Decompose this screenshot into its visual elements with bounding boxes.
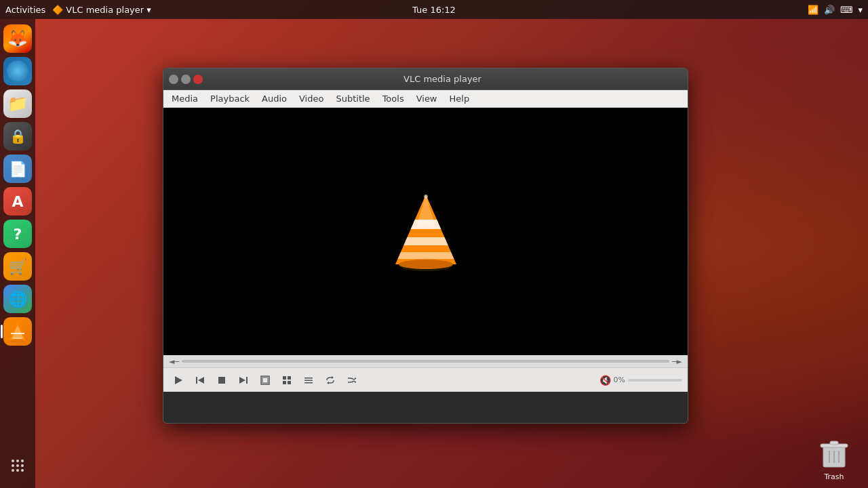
svg-rect-21 bbox=[262, 378, 268, 383]
amazon-icon: 🛒 bbox=[9, 258, 27, 275]
svg-rect-25 bbox=[288, 381, 291, 384]
svg-point-49 bbox=[12, 469, 14, 472]
vlc-progress-bar: ◄─ ─► bbox=[163, 355, 688, 367]
stop-button[interactable] bbox=[212, 372, 231, 388]
menu-audio[interactable]: Audio bbox=[256, 92, 292, 105]
svg-marker-30 bbox=[327, 382, 329, 384]
vlc-logo-cone bbox=[392, 191, 460, 272]
firefox-icon: 🦊 bbox=[7, 29, 28, 48]
network-icon[interactable]: 📶 bbox=[808, 5, 818, 15]
app-indicator[interactable]: 🔶 VLC media player ▾ bbox=[52, 5, 151, 15]
maximize-button[interactable] bbox=[181, 75, 191, 84]
svg-point-47 bbox=[16, 464, 19, 467]
menu-video[interactable]: Video bbox=[294, 92, 329, 105]
sidebar-item-firefox[interactable]: 🦊 bbox=[3, 24, 32, 53]
vpn-icon: 🔒 bbox=[9, 128, 26, 144]
progress-minus[interactable]: ◄─ bbox=[169, 357, 179, 366]
svg-marker-16 bbox=[198, 377, 204, 384]
sidebar-item-files[interactable]: 📁 bbox=[3, 89, 32, 118]
svg-marker-14 bbox=[175, 376, 182, 384]
app-indicator-arrow: ▾ bbox=[146, 5, 151, 15]
volume-topbar-icon[interactable]: 🔊 bbox=[824, 5, 835, 15]
trash-label: Trash bbox=[824, 472, 844, 481]
svg-rect-17 bbox=[218, 377, 225, 384]
grid-icon bbox=[9, 458, 26, 474]
next-button[interactable] bbox=[234, 372, 253, 388]
show-apps-button[interactable] bbox=[3, 451, 32, 480]
progress-track[interactable] bbox=[182, 360, 669, 363]
playlist-icon bbox=[304, 375, 313, 385]
vlc-video-area bbox=[163, 108, 688, 355]
progress-plus[interactable]: ─► bbox=[672, 357, 682, 366]
loop-button[interactable] bbox=[321, 372, 340, 388]
svg-rect-22 bbox=[283, 376, 286, 380]
svg-rect-15 bbox=[196, 377, 197, 384]
files-icon: 📁 bbox=[7, 94, 28, 113]
minimize-button[interactable] bbox=[169, 75, 178, 84]
svg-marker-29 bbox=[332, 376, 334, 379]
prev-icon bbox=[195, 375, 205, 385]
menu-help[interactable]: Help bbox=[444, 92, 475, 105]
fullscreen-button[interactable] bbox=[256, 372, 275, 388]
svg-point-45 bbox=[21, 460, 24, 462]
random-icon bbox=[347, 375, 357, 385]
sidebar-item-vpn[interactable]: 🔒 bbox=[3, 122, 32, 150]
random-button[interactable] bbox=[342, 372, 361, 388]
app-center-icon: A bbox=[12, 193, 23, 210]
svg-point-50 bbox=[16, 469, 19, 472]
svg-point-44 bbox=[16, 460, 19, 462]
sidebar-item-app-center[interactable]: A bbox=[3, 187, 32, 216]
help-icon: ? bbox=[14, 226, 22, 243]
activities-button[interactable]: Activities bbox=[5, 5, 45, 15]
playlist-button[interactable] bbox=[299, 372, 318, 388]
svg-rect-10 bbox=[392, 252, 460, 259]
menu-tools[interactable]: Tools bbox=[377, 92, 410, 105]
vlc-controls: 🔇 0% bbox=[163, 367, 688, 392]
launcher-icon bbox=[7, 60, 28, 82]
window-controls bbox=[169, 75, 203, 84]
svg-point-12 bbox=[424, 195, 428, 199]
volume-track bbox=[628, 379, 682, 382]
sidebar-item-launcher[interactable] bbox=[3, 57, 32, 85]
system-menu-icon[interactable]: ▾ bbox=[858, 5, 863, 15]
volume-slider-container[interactable] bbox=[628, 374, 682, 386]
vlc-menubar: Media Playback Audio Video Subtitle Tool… bbox=[163, 90, 688, 108]
trash-icon-image bbox=[818, 437, 850, 470]
sidebar-item-chrome[interactable]: 🌐 bbox=[3, 285, 32, 313]
keyboard-icon[interactable]: ⌨ bbox=[840, 5, 853, 15]
previous-button[interactable] bbox=[191, 372, 210, 388]
topbar-clock: Tue 16:12 bbox=[412, 5, 456, 15]
svg-rect-39 bbox=[830, 441, 838, 445]
extended-settings-button[interactable] bbox=[277, 372, 296, 388]
docs-icon: 📄 bbox=[9, 161, 27, 178]
chrome-icon: 🌐 bbox=[9, 291, 27, 308]
trash-desktop-icon[interactable]: Trash bbox=[814, 437, 854, 481]
loop-icon bbox=[326, 375, 335, 385]
svg-rect-24 bbox=[283, 381, 286, 384]
svg-rect-28 bbox=[304, 382, 313, 384]
sidebar-item-docs[interactable]: 📄 bbox=[3, 155, 32, 183]
menu-view[interactable]: View bbox=[411, 92, 443, 105]
menu-subtitle[interactable]: Subtitle bbox=[330, 92, 375, 105]
svg-rect-18 bbox=[246, 377, 248, 384]
svg-point-13 bbox=[399, 260, 453, 269]
vlc-indicator-icon: 🔶 bbox=[52, 5, 63, 15]
svg-marker-19 bbox=[239, 377, 245, 384]
sidebar-item-amazon[interactable]: 🛒 bbox=[3, 252, 32, 281]
stop-icon bbox=[217, 375, 226, 385]
fullscreen-icon bbox=[260, 375, 270, 385]
vlc-window: VLC media player Media Playback Audio Vi… bbox=[163, 68, 688, 424]
vlc-titlebar: VLC media player bbox=[163, 68, 688, 90]
close-button[interactable] bbox=[193, 75, 203, 84]
sidebar-item-vlc[interactable] bbox=[3, 317, 32, 346]
svg-point-43 bbox=[12, 460, 14, 462]
vlc-dock-cone bbox=[8, 321, 27, 342]
sidebar-item-help[interactable]: ? bbox=[3, 220, 32, 248]
volume-mute-icon[interactable]: 🔇 bbox=[599, 375, 611, 386]
volume-area: 🔇 0% bbox=[599, 374, 682, 386]
svg-rect-23 bbox=[288, 376, 291, 380]
menu-media[interactable]: Media bbox=[166, 92, 203, 105]
vlc-window-title: VLC media player bbox=[203, 74, 682, 84]
play-button[interactable] bbox=[169, 372, 188, 388]
menu-playback[interactable]: Playback bbox=[205, 92, 255, 105]
